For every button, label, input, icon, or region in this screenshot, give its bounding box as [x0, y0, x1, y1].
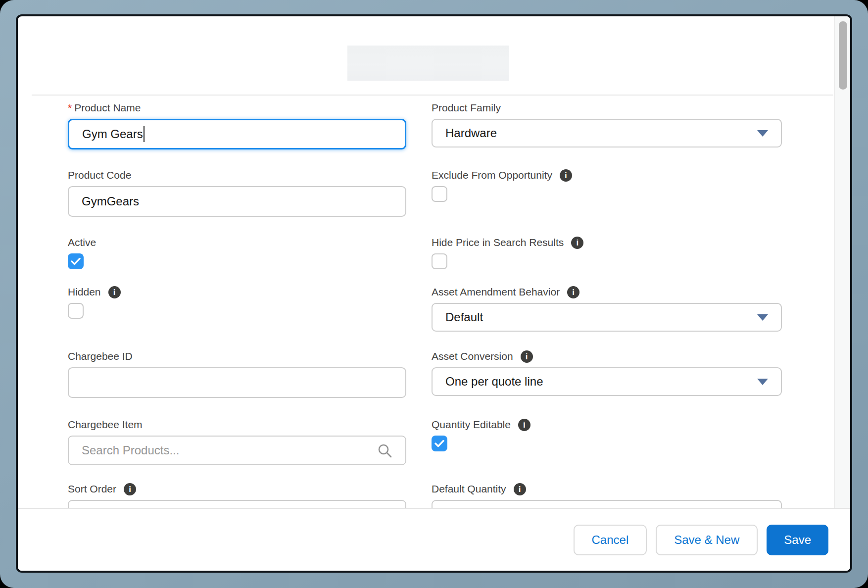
chargebee-id-label: Chargebee ID [68, 350, 406, 363]
chargebee-item-search-input[interactable]: Search Products... [68, 436, 406, 465]
hide-price-label: Hide Price in Search Results i [432, 236, 782, 249]
text-cursor [144, 126, 145, 142]
asset-amendment-behavior-select[interactable]: Default [432, 303, 782, 332]
field-asset-conversion: Asset Conversion i One per quote line [432, 350, 782, 396]
info-icon[interactable]: i [514, 483, 526, 495]
window-frame: *Product Name Gym Gears Product Code Gym… [0, 0, 868, 588]
exclude-from-opportunity-label: Exclude From Opportunity i [432, 169, 782, 182]
field-quantity-editable: Quantity Editable i [432, 418, 782, 451]
required-indicator: * [68, 102, 72, 113]
field-chargebee-item: Chargebee Item Search Products... [68, 418, 406, 465]
product-code-value: GymGears [82, 195, 139, 208]
field-hidden: Hidden i [68, 286, 406, 319]
product-name-input[interactable]: Gym Gears [68, 119, 406, 149]
chevron-down-icon [757, 379, 768, 385]
info-icon[interactable]: i [571, 237, 583, 249]
asset-conversion-label: Asset Conversion i [432, 350, 782, 363]
product-edit-modal: *Product Name Gym Gears Product Code Gym… [16, 14, 852, 573]
active-checkbox[interactable] [68, 253, 84, 269]
cancel-button[interactable]: Cancel [574, 525, 647, 555]
info-icon[interactable]: i [560, 169, 572, 182]
product-code-label: Product Code [68, 169, 406, 182]
hidden-checkbox[interactable] [68, 303, 84, 319]
modal-inner: *Product Name Gym Gears Product Code Gym… [18, 16, 850, 571]
info-icon[interactable]: i [124, 483, 136, 495]
chevron-down-icon [757, 130, 768, 137]
product-family-value: Hardware [445, 126, 497, 140]
field-chargebee-id: Chargebee ID [68, 350, 406, 398]
chargebee-id-input[interactable] [68, 367, 406, 398]
field-product-name: *Product Name Gym Gears [68, 101, 406, 149]
info-icon[interactable]: i [521, 350, 533, 363]
info-icon[interactable]: i [518, 419, 530, 431]
product-name-label: *Product Name [68, 101, 406, 114]
quantity-editable-checkbox[interactable] [432, 436, 447, 451]
hide-price-checkbox[interactable] [432, 253, 447, 269]
field-default-quantity: Default Quantity i [432, 483, 782, 508]
sort-order-label: Sort Order i [68, 483, 406, 495]
scrollbar-track[interactable] [834, 16, 850, 508]
asset-amendment-behavior-label: Asset Amendment Behavior i [432, 286, 782, 298]
product-family-label: Product Family [432, 101, 782, 114]
modal-footer: Cancel Save & New Save [18, 508, 850, 571]
field-active: Active [68, 236, 406, 269]
field-product-family: Product Family Hardware [432, 101, 782, 147]
chargebee-item-label: Chargebee Item [68, 418, 406, 431]
save-button[interactable]: Save [767, 525, 828, 555]
form-scroll-area: *Product Name Gym Gears Product Code Gym… [18, 16, 850, 508]
quantity-editable-label: Quantity Editable i [432, 418, 782, 431]
save-and-new-button[interactable]: Save & New [656, 525, 758, 555]
hidden-label: Hidden i [68, 286, 406, 298]
field-product-code: Product Code GymGears [68, 169, 406, 217]
search-icon [377, 443, 392, 458]
exclude-from-opportunity-checkbox[interactable] [432, 186, 447, 202]
asset-conversion-select[interactable]: One per quote line [432, 367, 782, 396]
product-family-select[interactable]: Hardware [432, 119, 782, 147]
active-label: Active [68, 236, 406, 249]
default-quantity-input[interactable] [432, 500, 782, 508]
product-name-value: Gym Gears [82, 127, 143, 141]
checkmark-icon [434, 440, 444, 447]
product-code-input[interactable]: GymGears [68, 186, 406, 217]
info-icon[interactable]: i [567, 286, 579, 298]
field-asset-amendment-behavior: Asset Amendment Behavior i Default [432, 286, 782, 332]
checkmark-icon [71, 257, 81, 265]
info-icon[interactable]: i [108, 286, 121, 298]
asset-amendment-behavior-value: Default [445, 310, 483, 324]
search-placeholder: Search Products... [82, 443, 179, 457]
field-exclude-from-opportunity: Exclude From Opportunity i [432, 169, 782, 202]
field-sort-order: Sort Order i [68, 483, 406, 508]
asset-conversion-value: One per quote line [445, 375, 543, 389]
chevron-down-icon [757, 314, 768, 321]
scrollbar-thumb[interactable] [839, 21, 847, 90]
sort-order-input[interactable] [68, 500, 406, 508]
field-hide-price: Hide Price in Search Results i [432, 236, 782, 269]
default-quantity-label: Default Quantity i [432, 483, 782, 495]
